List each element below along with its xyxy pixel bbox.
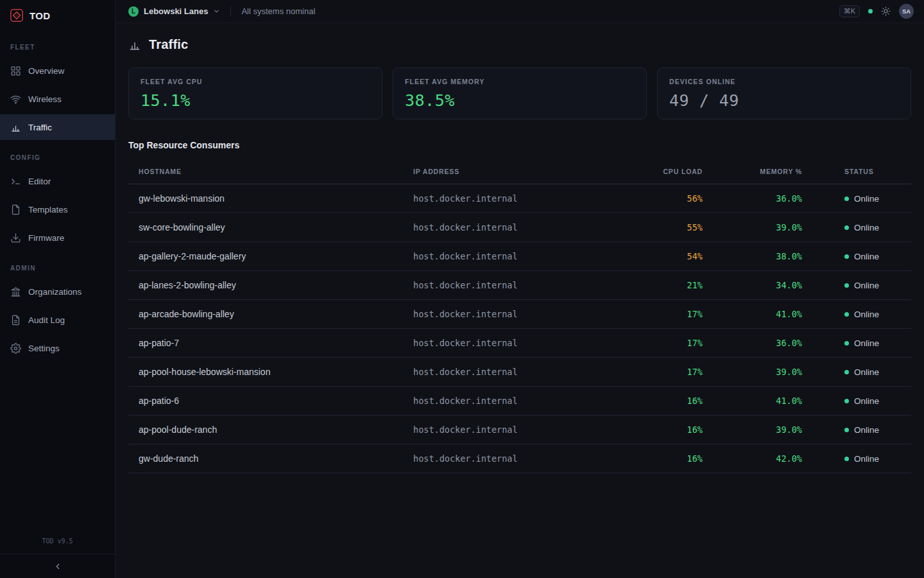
hostname-cell: ap-arcade-bowling-alley [128, 309, 403, 319]
memory-cell: 38.0% [703, 251, 802, 261]
hostname-cell: ap-gallery-2-maude-gallery [128, 251, 403, 261]
memory-cell: 34.0% [703, 280, 802, 290]
hostname-cell: gw-dude-ranch [128, 453, 403, 464]
status-cell: Online [802, 281, 911, 290]
ip-cell: host.docker.internal [403, 222, 626, 232]
building-icon [10, 286, 21, 297]
org-switcher[interactable]: L Lebowski Lanes [128, 6, 220, 17]
sidebar-item-label: Templates [28, 205, 68, 215]
cpu-cell: 56% [626, 193, 703, 204]
status-label: Online [854, 338, 879, 348]
stat-label: FLEET AVG MEMORY [405, 78, 635, 85]
table-row[interactable]: ap-arcade-bowling-alley host.docker.inte… [128, 300, 911, 329]
user-avatar[interactable]: SA [899, 4, 914, 19]
top-resource-consumers-table: HOSTNAME IP ADDRESS CPU LOAD MEMORY % ST… [128, 159, 911, 473]
online-dot-icon [844, 312, 849, 317]
memory-cell: 39.0% [703, 367, 802, 377]
table-row[interactable]: gw-lebowski-mansion host.docker.internal… [128, 184, 911, 213]
memory-cell: 41.0% [703, 309, 802, 319]
hostname-cell: ap-patio-6 [128, 396, 403, 406]
cpu-cell: 17% [626, 338, 703, 348]
health-dot-icon [868, 9, 873, 13]
hostname-cell: sw-core-bowling-alley [128, 222, 403, 232]
app-name: TOD [30, 10, 50, 21]
online-dot-icon [844, 197, 849, 201]
page-content: Traffic FLEET AVG CPU 15.1% FLEET AVG ME… [116, 23, 924, 578]
memory-cell: 41.0% [703, 396, 802, 406]
org-badge: L [128, 6, 139, 17]
sidebar-collapse-button[interactable] [0, 554, 115, 578]
stat-value: 38.5% [405, 91, 635, 110]
status-cell: Online [802, 194, 911, 204]
table-row[interactable]: ap-gallery-2-maude-gallery host.docker.i… [128, 242, 911, 271]
sidebar-item-editor[interactable]: Editor [0, 168, 115, 194]
hostname-cell: ap-pool-house-lebowski-mansion [128, 367, 403, 377]
ip-cell: host.docker.internal [403, 193, 626, 204]
status-cell: Online [802, 223, 911, 232]
stat-label: FLEET AVG CPU [141, 78, 370, 85]
cpu-cell: 21% [626, 280, 703, 290]
sun-icon [881, 6, 891, 16]
ip-cell: host.docker.internal [403, 425, 626, 435]
header-divider [230, 6, 231, 17]
sidebar-item-label: Wireless [28, 94, 62, 104]
gear-icon [10, 343, 21, 354]
sidebar-item-label: Settings [28, 344, 60, 353]
stat-card-devices-online: DEVICES ONLINE 49 / 49 [657, 67, 911, 119]
ip-cell: host.docker.internal [403, 309, 626, 319]
chevron-left-icon [53, 562, 62, 571]
sidebar-item-traffic[interactable]: Traffic [0, 114, 115, 140]
hostname-cell: ap-lanes-2-bowling-alley [128, 280, 403, 290]
download-icon [10, 232, 21, 243]
status-label: Online [854, 454, 879, 464]
main-area: L Lebowski Lanes All systems nominal ⌘K … [116, 0, 924, 578]
cpu-cell: 17% [626, 309, 703, 319]
table-row[interactable]: sw-core-bowling-alley host.docker.intern… [128, 213, 911, 242]
online-dot-icon [844, 341, 849, 346]
wifi-icon [10, 94, 21, 105]
sidebar-item-audit-log[interactable]: Audit Log [0, 307, 115, 333]
online-dot-icon [844, 254, 849, 259]
table-row[interactable]: ap-patio-6 host.docker.internal 16% 41.0… [128, 387, 911, 416]
online-dot-icon [844, 225, 849, 230]
table-row[interactable]: ap-lanes-2-bowling-alley host.docker.int… [128, 271, 911, 300]
sidebar-item-label: Firmware [28, 233, 64, 243]
status-label: Online [854, 194, 879, 204]
table-row[interactable]: gw-dude-ranch host.docker.internal 16% 4… [128, 444, 911, 473]
sidebar-item-overview[interactable]: Overview [0, 58, 115, 83]
sidebar-item-label: Overview [28, 66, 64, 76]
column-header-ip: IP ADDRESS [403, 168, 626, 175]
sidebar-item-organizations[interactable]: Organizations [0, 279, 115, 304]
command-palette-shortcut[interactable]: ⌘K [839, 5, 860, 17]
status-cell: Online [802, 396, 911, 406]
stat-value: 15.1% [141, 91, 370, 110]
cpu-cell: 54% [626, 251, 703, 261]
sidebar-item-settings[interactable]: Settings [0, 335, 115, 361]
sidebar-section-fleet: FLEET [0, 31, 115, 57]
sidebar-item-wireless[interactable]: Wireless [0, 86, 115, 112]
hostname-cell: ap-pool-dude-ranch [128, 425, 403, 435]
memory-cell: 42.0% [703, 453, 802, 464]
memory-cell: 36.0% [703, 338, 802, 348]
table-row[interactable]: ap-pool-dude-ranch host.docker.internal … [128, 416, 911, 444]
status-label: Online [854, 425, 879, 435]
theme-toggle-button[interactable] [881, 6, 891, 16]
ip-cell: host.docker.internal [403, 280, 626, 290]
online-dot-icon [844, 399, 849, 403]
bar-chart-icon [128, 39, 141, 51]
sidebar-item-templates[interactable]: Templates [0, 197, 115, 222]
chevron-down-icon [213, 8, 220, 15]
terminal-icon [10, 176, 21, 187]
ip-cell: host.docker.internal [403, 396, 626, 406]
sidebar-item-firmware[interactable]: Firmware [0, 225, 115, 250]
column-header-cpu: CPU LOAD [626, 168, 703, 175]
table-row[interactable]: ap-patio-7 host.docker.internal 17% 36.0… [128, 329, 911, 358]
status-cell: Online [802, 367, 911, 377]
page-title: Traffic [149, 37, 188, 52]
sidebar-item-label: Audit Log [28, 315, 65, 325]
table-row[interactable]: ap-pool-house-lebowski-mansion host.dock… [128, 358, 911, 387]
stat-cards: FLEET AVG CPU 15.1% FLEET AVG MEMORY 38.… [128, 67, 911, 119]
online-dot-icon [844, 370, 849, 374]
org-name: Lebowski Lanes [144, 6, 208, 16]
hostname-cell: gw-lebowski-mansion [128, 193, 403, 204]
